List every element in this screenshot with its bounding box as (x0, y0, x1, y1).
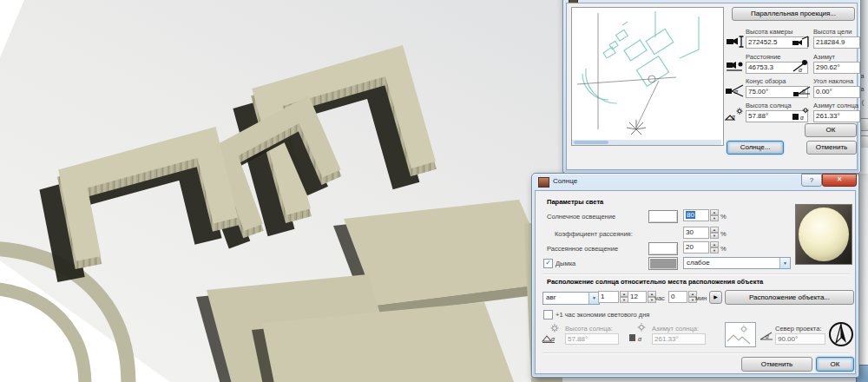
north-label: Север проекта: (775, 325, 821, 333)
projection-dialog-body: Параллельная проекция... Высота камеры 2… (566, 3, 858, 170)
help-button[interactable]: ? (801, 174, 822, 187)
haze-checkbox[interactable]: ✓ (543, 259, 553, 268)
ambient-label: Рассеянное освещение (547, 245, 618, 253)
month-value: авг (546, 293, 556, 301)
object-location-button[interactable]: Расположение объекта... (725, 290, 854, 305)
spin-down-icon[interactable]: ▼ (710, 215, 719, 221)
percent-label: % (720, 245, 727, 253)
day-spinner[interactable]: 1 ▲▼ (598, 291, 628, 303)
play-button[interactable]: ▶ (709, 291, 722, 304)
sun-button[interactable]: Солнце... (727, 141, 784, 155)
scrollbar-thumb[interactable] (574, 141, 608, 144)
camera-height-icon (724, 35, 745, 49)
sun-dialog-icon (538, 177, 549, 188)
field-label: Высота солнца (746, 102, 792, 109)
haze-label: Дымка (556, 260, 575, 267)
svg-text:α: α (766, 333, 769, 339)
preview-scrollbar[interactable] (572, 140, 721, 145)
ambient-color-swatch[interactable] (648, 242, 678, 255)
target-height-field[interactable]: 218284.9 (813, 36, 860, 49)
haze-level-value: слабое (687, 259, 710, 267)
divider (542, 352, 850, 354)
sun-azimuth-icon: α (628, 323, 650, 344)
scatter-spinner[interactable]: 30 ▲▼ (683, 227, 719, 239)
landscape-icon (726, 323, 753, 345)
section-title-light-params: Параметры света (547, 198, 603, 206)
dropdown-arrow-icon[interactable]: ▼ (779, 258, 790, 268)
hour-spinner[interactable]: 12 ▲▼ (628, 291, 656, 303)
sun-light-spinner[interactable]: 80 ▲▼ (683, 209, 719, 221)
field-label: Расстояние (746, 53, 781, 61)
spin-up-icon[interactable]: ▲ (710, 241, 719, 247)
sun-light-color-swatch[interactable] (648, 210, 678, 223)
sun-altitude-icon: α (541, 323, 563, 344)
haze-level-dropdown[interactable]: слабое ▼ (683, 257, 791, 269)
azimuth-field[interactable]: 290.62° (813, 62, 860, 74)
sky-image-button[interactable] (725, 322, 756, 347)
tilt-angle-icon: α (791, 83, 812, 97)
minute-value[interactable]: 0 (668, 291, 687, 303)
scatter-value[interactable]: 30 (683, 227, 709, 239)
haze-color-swatch[interactable] (648, 257, 678, 270)
hour-value[interactable]: 12 (628, 291, 647, 303)
close-button[interactable]: ✕ (822, 174, 857, 187)
cancel-button[interactable]: Отменить (806, 141, 857, 155)
field-label: Азимут солнца (813, 102, 858, 109)
svg-text:α: α (799, 67, 803, 73)
sun-light-label: Солнечное освещение (547, 213, 615, 221)
parallel-projection-button[interactable]: Параллельная проекция... (732, 7, 855, 21)
projection-map-preview[interactable] (571, 7, 724, 146)
sun-position-glyph (627, 120, 646, 135)
minute-spinner[interactable]: 0 ▲▼ (668, 291, 697, 303)
day-value[interactable]: 1 (598, 291, 619, 303)
divider (542, 273, 850, 275)
material-preview-sphere (795, 204, 852, 265)
ambient-spinner[interactable]: 20 ▲▼ (683, 241, 719, 254)
north-angle-icon: α (759, 330, 774, 342)
svg-text:α: α (802, 88, 806, 94)
svg-text:α: α (551, 336, 556, 342)
spin-up-icon[interactable]: ▲ (710, 227, 719, 233)
dst-label: +1 час экономии светового дня (556, 311, 649, 319)
azimuth-icon: α (791, 59, 812, 73)
percent-label: % (720, 230, 727, 238)
sun-altitude-readout: 57.88° (565, 333, 619, 345)
dst-checkbox[interactable] (543, 310, 553, 319)
spin-up-icon[interactable]: ▲ (710, 209, 719, 215)
sun-azimuth-field[interactable]: 261.33° (813, 110, 860, 122)
percent-label: % (720, 213, 727, 221)
spin-down-icon[interactable]: ▼ (710, 247, 719, 254)
compass-icon (827, 320, 855, 348)
sun-azimuth-label: Азимут солнца: (652, 325, 699, 333)
sun-azimuth-readout: 261.33° (652, 333, 706, 345)
ok-button[interactable]: ОК (816, 357, 854, 372)
month-dropdown[interactable]: авг ▼ (542, 292, 600, 305)
field-label: Угол наклона (813, 77, 853, 85)
sun-altitude-icon: α (724, 108, 745, 122)
minute-unit-label: мин (695, 294, 707, 302)
svg-text:α: α (732, 114, 735, 120)
projection-settings-dialog: Параллельная проекция... Высота камеры 2… (562, 0, 861, 174)
cancel-button[interactable]: Отменить (741, 357, 812, 372)
view-cone-icon: α (724, 83, 745, 97)
sun-light-value[interactable]: 80 (686, 211, 695, 219)
ok-button[interactable]: ОК (805, 123, 857, 137)
sun-dialog-title: Солнце (553, 177, 577, 185)
tilt-angle-field[interactable]: 0.00° (813, 86, 860, 98)
svg-text:α: α (638, 336, 642, 342)
target-height-icon (791, 35, 812, 49)
distance-icon (724, 59, 745, 73)
field-label: Высота камеры (746, 28, 792, 36)
app-screenshot: са са в ( Общая жилпло + Каталоги (0, 0, 868, 382)
north-readout: 90.00° (775, 333, 825, 345)
field-label: Высота цели (813, 28, 852, 36)
field-label: Конус обзора (746, 77, 786, 85)
site-plan-sketch (572, 8, 721, 138)
svg-text:α: α (800, 115, 804, 121)
hour-unit-label: час (654, 294, 665, 302)
sun-dialog-body: Параметры света Солнечное освещение 80 ▲… (535, 190, 856, 374)
sun-dialog-titlebar[interactable]: Солнце ? ✕ (532, 174, 858, 190)
spin-down-icon[interactable]: ▼ (710, 233, 719, 239)
sun-azimuth-icon: α (791, 108, 812, 122)
ambient-value[interactable]: 20 (683, 241, 709, 254)
